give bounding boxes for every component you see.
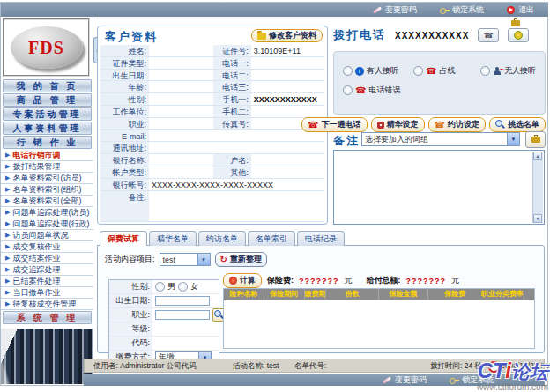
- sidebar-menu-entry[interactable]: ▶ 行 销 作 业: [3, 136, 92, 149]
- field-value[interactable]: [149, 130, 324, 143]
- chevron-down-icon[interactable]: ▼: [507, 133, 519, 145]
- field-label: 年龄:: [100, 81, 149, 93]
- status-wrong-number[interactable]: ☎ 电话错误: [343, 85, 400, 96]
- status-label: 无人接听: [504, 65, 536, 77]
- status-answered[interactable]: 有人接听: [343, 65, 413, 77]
- field-value[interactable]: 3.10109E+11: [251, 45, 324, 57]
- status-busy[interactable]: ☎ 占线: [413, 65, 480, 77]
- field-value[interactable]: [251, 106, 324, 118]
- tab[interactable]: 约访名单: [198, 231, 246, 246]
- sidebar-menu-entry[interactable]: ▶ 电话行销市调: [1, 150, 93, 161]
- birthdate-input[interactable]: [155, 296, 210, 306]
- field-label: 姓名:: [100, 45, 149, 57]
- occupation-input[interactable]: [155, 310, 210, 320]
- appointment-setting-button[interactable]: ☎ 约访设定: [428, 117, 486, 132]
- field-value[interactable]: [149, 45, 213, 57]
- edit-customer-button[interactable]: 修改客户资料: [251, 29, 323, 42]
- sidebar-menu-entry[interactable]: ▶ 问题单追踪处理(行政): [1, 218, 93, 230]
- sidebar-menu-entry[interactable]: ▶ 已结案件处理: [1, 276, 93, 287]
- field-value[interactable]: [149, 106, 213, 118]
- menu-entry-label: 系 统 管 理: [17, 313, 78, 322]
- note-textarea[interactable]: ▲ ▼: [333, 150, 545, 225]
- tab[interactable]: 精华名单: [149, 231, 197, 246]
- change-password-link-bottom[interactable]: 变更密码: [383, 374, 427, 386]
- sidebar-menu-entry[interactable]: ▶ 当日撤单作业: [1, 287, 93, 299]
- scroll-down-icon[interactable]: ▼: [533, 214, 542, 223]
- customer-row: 年龄: 电话三:: [100, 81, 324, 93]
- field-value[interactable]: [251, 57, 324, 70]
- radio-button[interactable]: [343, 85, 353, 95]
- sidebar-menu-entry[interactable]: ▶ 待复核成交件管理: [1, 299, 93, 310]
- sidebar-menu-entry[interactable]: ▶ 成交追踪处理: [1, 264, 93, 276]
- sidebar-menu-entry[interactable]: ▶ 专案活动管理: [3, 107, 92, 121]
- change-password-label: 变更密码: [395, 374, 427, 386]
- field-value[interactable]: XXXX-XXXX-XXXX-XXXX-XXXXX: [149, 179, 324, 191]
- tab[interactable]: 电话纪录: [297, 231, 345, 246]
- field-value[interactable]: [149, 118, 213, 130]
- premium-unit: 元: [344, 275, 352, 286]
- radio-button[interactable]: [480, 66, 490, 76]
- sidebar-menu-entry[interactable]: ▶ 商 品 管 理: [3, 93, 92, 107]
- status-no-answer[interactable]: 无人接听: [480, 65, 536, 77]
- field-value[interactable]: [149, 166, 213, 179]
- sidebar-menu-entry[interactable]: ▶ 成交复核作业: [1, 241, 93, 253]
- essence-setting-button[interactable]: 精华设定: [371, 117, 425, 132]
- radio-button[interactable]: [343, 66, 353, 76]
- chevron-down-icon[interactable]: ▼: [197, 254, 210, 265]
- sidebar-menu-entry[interactable]: ▶ 人事资料管理: [3, 122, 92, 135]
- radio-button[interactable]: [413, 66, 423, 76]
- dial-phone-title: 拨打电话: [333, 27, 386, 43]
- sidebar-menu-entry[interactable]: ▶ 访员问题单状况: [1, 230, 93, 241]
- sidebar-menu-entry[interactable]: ▶ 我 的 首 页: [3, 79, 92, 92]
- next-call-phone-icon: ☎: [308, 121, 318, 129]
- field-value[interactable]: [149, 142, 324, 154]
- customer-row: 帐户类型: 其他:: [100, 166, 324, 179]
- activity-select[interactable]: test ▼: [160, 253, 211, 266]
- sidebar-menu-entry[interactable]: ▶ 成交结案作业: [1, 253, 93, 264]
- tab[interactable]: 保费试算: [100, 231, 147, 246]
- sidebar-menu-entry[interactable]: ▶ 问题单追踪处理(访员): [1, 207, 93, 218]
- calculate-button[interactable]: 计算: [223, 273, 262, 288]
- status-label: 有人接听: [367, 65, 398, 77]
- field-value[interactable]: [149, 191, 324, 222]
- phrase-briefcase-button[interactable]: [525, 131, 546, 148]
- coin-small-button[interactable]: [508, 28, 529, 42]
- pick-list-button[interactable]: 挑选名单: [489, 117, 546, 132]
- refresh-button[interactable]: ↻ 重新整理: [215, 252, 267, 267]
- next-call-button[interactable]: ☎ 下一通电话: [301, 117, 367, 132]
- field-value[interactable]: [251, 81, 324, 93]
- field-label: 电话三:: [213, 81, 251, 93]
- field-label: 银行名称:: [100, 154, 149, 166]
- sidebar-menu-entry[interactable]: ▶ 拨打结果管理: [1, 161, 93, 173]
- table-column-header: 缴费期限: [305, 289, 327, 300]
- field-value[interactable]: [251, 70, 324, 82]
- phone-small-button[interactable]: ☎: [478, 28, 499, 42]
- male-radio[interactable]: [155, 282, 165, 292]
- sidebar-menu-entry[interactable]: ▶ 名单资料索引(全部): [1, 196, 93, 207]
- field-value[interactable]: [149, 70, 213, 82]
- field-value[interactable]: [251, 166, 324, 179]
- field-value[interactable]: [149, 93, 213, 106]
- sidebar-menu-entry[interactable]: ▶ 名单资料索引(组织): [1, 184, 93, 196]
- field-value[interactable]: [251, 154, 324, 166]
- phrase-select[interactable]: 选择要加入的词组 ▼: [361, 132, 520, 146]
- field-value[interactable]: [149, 154, 213, 166]
- change-password-link[interactable]: 变更密码: [373, 4, 417, 16]
- lock-system-link[interactable]: 锁定系统: [440, 4, 484, 16]
- field-value[interactable]: [149, 81, 213, 93]
- calculate-label: 计算: [240, 275, 256, 286]
- sidebar-menu-entry[interactable]: ▶ 系 统 管 理: [3, 311, 92, 324]
- fds-logo: FDS: [11, 26, 83, 69]
- tab[interactable]: 名单索引: [248, 231, 295, 246]
- field-value[interactable]: XXXXXXXXXXXX: [251, 93, 324, 106]
- scrollbar[interactable]: ▲ ▼: [532, 152, 543, 223]
- field-value[interactable]: [149, 57, 213, 70]
- female-radio[interactable]: [178, 282, 188, 292]
- sidebar-menu-entry[interactable]: ▶ 名单资料索引(访员): [1, 173, 93, 184]
- grade-label: 等级:: [109, 322, 152, 336]
- scroll-up-icon[interactable]: ▲: [533, 152, 542, 160]
- customer-info-panel: 客户资料 修改客户资料 姓名: 证件号: 3.10109E+11 证件类型: 电…: [97, 26, 328, 225]
- logout-link[interactable]: 退出: [507, 4, 534, 16]
- menu-entry-label: 专案活动管理: [13, 109, 82, 119]
- birthdate-label: 出生日期:: [109, 294, 152, 307]
